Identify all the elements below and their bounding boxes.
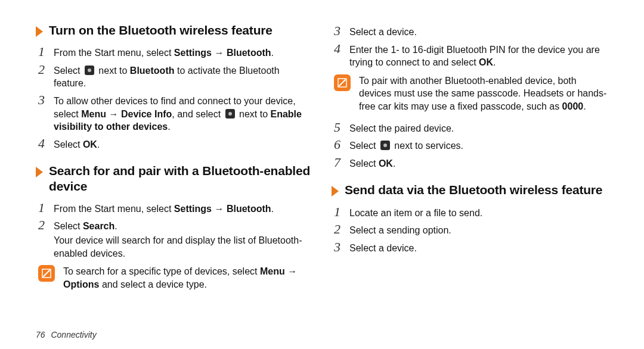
step-text: Select a device. xyxy=(349,241,608,255)
step-text: Select OK. xyxy=(349,156,608,170)
left-column: Turn on the Bluetooth wireless feature 1… xyxy=(36,23,312,337)
step-number: 7 xyxy=(332,156,349,169)
chevron-icon xyxy=(332,186,339,197)
step-number: 1 xyxy=(36,201,54,214)
page-number: 76 xyxy=(36,330,45,339)
step-text: Select next to Bluetooth to activate the… xyxy=(54,63,312,90)
section-heading-turn-on: Turn on the Bluetooth wireless feature xyxy=(36,23,312,38)
step-number: 4 xyxy=(332,42,349,55)
step-3: 3 Select a device. xyxy=(332,23,608,40)
step-1: 1 From the Start menu, select Settings →… xyxy=(36,200,312,217)
chevron-icon xyxy=(36,26,43,37)
step-number: 3 xyxy=(332,241,349,254)
step-text: Select a device. xyxy=(349,24,608,39)
step-number: 4 xyxy=(36,137,54,150)
section-title: Send data via the Bluetooth wireless fea… xyxy=(345,182,602,197)
step-number: 2 xyxy=(36,63,54,76)
step-text: Select the paired device. xyxy=(349,121,608,135)
chevron-icon xyxy=(36,167,43,177)
section-heading-send: Send data via the Bluetooth wireless fea… xyxy=(332,182,608,197)
step-1: 1 Locate an item or a file to send. xyxy=(332,204,608,222)
page-footer: 76 Connectivity xyxy=(36,330,97,339)
step-text: Select OK. xyxy=(54,137,312,151)
step-3: 3 To allow other devices to find and con… xyxy=(36,92,312,135)
pair-steps-cont: 3 Select a device. 4 Enter the 1- to 16-… xyxy=(332,23,608,71)
step-2: 2 Select next to Bluetooth to activate t… xyxy=(36,61,312,92)
section-heading-search: Search for and pair with a Bluetooth-ena… xyxy=(36,163,312,193)
note-text: To search for a specific type of devices… xyxy=(63,265,312,291)
step-text: Enter the 1- to 16-digit Bluetooth PIN f… xyxy=(349,42,608,69)
step-1: 1 From the Start menu, select Settings →… xyxy=(36,43,312,61)
step-subtext: Your device will search for and display … xyxy=(54,234,312,260)
step-6: 6 Select next to services. xyxy=(332,136,608,154)
turn-on-steps: 1 From the Start menu, select Settings →… xyxy=(36,43,312,152)
toggle-icon xyxy=(380,141,390,150)
step-number: 2 xyxy=(36,219,54,232)
right-column: 3 Select a device. 4 Enter the 1- to 16-… xyxy=(332,23,608,337)
step-text: Select Search. Your device will search f… xyxy=(54,219,312,260)
step-text: Locate an item or a file to send. xyxy=(349,205,608,220)
step-2: 2 Select Search. Your device will search… xyxy=(36,217,312,261)
step-number: 1 xyxy=(36,45,54,58)
step-text: From the Start menu, select Settings → B… xyxy=(54,45,312,60)
step-4: 4 Enter the 1- to 16-digit Bluetooth PIN… xyxy=(332,40,608,71)
note-search-filter: To search for a specific type of devices… xyxy=(38,265,312,291)
note-text: To pair with another Bluetooth-enabled d… xyxy=(359,74,608,113)
step-5: 5 Select the paired device. xyxy=(332,119,608,137)
step-number: 1 xyxy=(332,205,349,219)
section-title: Turn on the Bluetooth wireless feature xyxy=(49,23,273,38)
step-number: 5 xyxy=(332,121,349,134)
step-7: 7 Select OK. xyxy=(332,154,608,172)
toggle-icon xyxy=(225,109,235,119)
step-number: 3 xyxy=(332,24,349,38)
step-text: Select a sending option. xyxy=(349,223,608,237)
step-number: 6 xyxy=(332,138,349,151)
svg-point-1 xyxy=(48,270,49,272)
search-steps: 1 From the Start menu, select Settings →… xyxy=(36,200,312,261)
note-passcode: To pair with another Bluetooth-enabled d… xyxy=(334,74,608,113)
send-steps: 1 Locate an item or a file to send. 2 Se… xyxy=(332,204,608,257)
pair-steps-cont2: 5 Select the paired device. 6 Select nex… xyxy=(332,119,608,172)
note-icon xyxy=(334,74,351,91)
step-text: To allow other devices to find and conne… xyxy=(54,94,312,133)
manual-page: Turn on the Bluetooth wireless feature 1… xyxy=(0,0,644,349)
step-3: 3 Select a device. xyxy=(332,239,608,257)
step-number: 2 xyxy=(332,223,349,236)
step-number: 3 xyxy=(36,94,54,107)
svg-point-3 xyxy=(344,80,345,81)
step-text: From the Start menu, select Settings → B… xyxy=(54,201,312,216)
step-2: 2 Select a sending option. xyxy=(332,221,608,239)
step-4: 4 Select OK. xyxy=(36,135,312,153)
toggle-icon xyxy=(85,66,94,75)
section-name: Connectivity xyxy=(51,330,96,339)
section-title: Search for and pair with a Bluetooth-ena… xyxy=(49,163,312,193)
note-icon xyxy=(38,265,55,282)
step-text: Select next to services. xyxy=(349,138,608,152)
